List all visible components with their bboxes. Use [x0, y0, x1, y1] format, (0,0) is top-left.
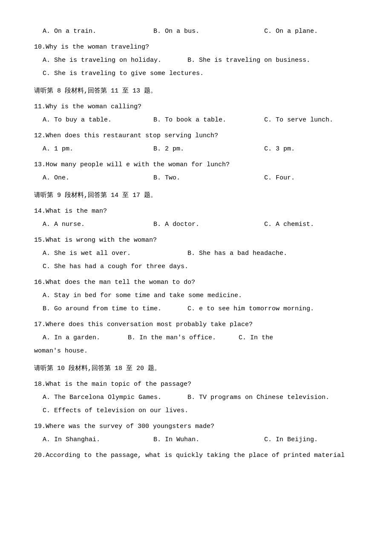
q18-option-c: C. Effects of television on our lives. [43, 405, 366, 416]
q9-options-row: A. On a train. B. On a bus. C. On a plan… [43, 26, 366, 37]
q10-option-b: B. She is traveling on business. [187, 55, 332, 66]
q14-block: 14.What is the man? A. A nurse. B. A doc… [34, 205, 366, 230]
q17-option-b: B. In the man's office. [128, 332, 239, 344]
q19-option-c: C. In Beijing. [264, 434, 375, 445]
q12-question: 12.When does this restaurant stop servin… [34, 130, 366, 142]
q15-block: 15.What is wrong with the woman? A. She … [34, 234, 366, 272]
section8-header: 请听第 8 段材料,回答第 11 至 13 题。 [34, 85, 366, 97]
q17-option-c-cont: woman's house. [34, 345, 366, 357]
q11-block: 11.Why is the woman calling? A. To buy a… [34, 101, 366, 126]
q19-option-a: A. In Shanghai. [43, 434, 153, 445]
q16-option-a: A. Stay in bed for some time and take so… [43, 290, 366, 301]
q11-question: 11.Why is the woman calling? [34, 101, 366, 113]
q15-option-b: B. She has a bad headache. [187, 248, 332, 259]
q13-option-a: A. One. [43, 172, 153, 184]
q10-option-a: A. She is traveling on holiday. [43, 55, 187, 66]
q19-option-b: B. In Wuhan. [153, 434, 264, 445]
q18-options-row: A. The Barcelona Olympic Games. B. TV pr… [43, 392, 366, 403]
q18-question: 18.What is the main topic of the passage… [34, 379, 366, 390]
q19-block: 19.Where was the survey of 300 youngster… [34, 421, 366, 445]
q14-option-c: C. A chemist. [264, 219, 375, 230]
q11-option-b: B. To book a table. [153, 114, 264, 126]
q14-question: 14.What is the man? [34, 205, 366, 217]
q12-option-c: C. 3 pm. [264, 143, 375, 155]
q9-options-block: A. On a train. B. On a bus. C. On a plan… [34, 26, 366, 37]
q20-block: 20.According to the passage, what is qui… [34, 450, 366, 461]
q10-options-row: A. She is traveling on holiday. B. She i… [43, 55, 366, 66]
q12-block: 12.When does this restaurant stop servin… [34, 130, 366, 155]
q12-option-a: A. 1 pm. [43, 143, 153, 155]
q10-question: 10.Why is the woman traveling? [34, 41, 366, 53]
q17-question: 17.Where does this conversation most pro… [34, 319, 366, 330]
q16-option-c: C. e to see him tomorrow morning. [187, 303, 332, 315]
q16-question: 16.What does the man tell the woman to d… [34, 277, 366, 288]
q15-option-a: A. She is wet all over. [43, 248, 187, 259]
q10-block: 10.Why is the woman traveling? A. She is… [34, 41, 366, 79]
q11-options-row: A. To buy a table. B. To book a table. C… [43, 114, 366, 126]
q17-block: 17.Where does this conversation most pro… [34, 319, 366, 357]
q17-options-row: A. In a garden. B. In the man's office. … [43, 332, 366, 344]
q16-options-bc-row: B. Go around from time to time. C. e to … [43, 303, 366, 315]
q15-question: 15.What is wrong with the woman? [34, 234, 366, 246]
q19-question: 19.Where was the survey of 300 youngster… [34, 421, 366, 432]
q13-block: 13.How many people will e with the woman… [34, 159, 366, 184]
q14-option-b: B. A doctor. [153, 219, 264, 230]
q13-option-c: C. Four. [264, 172, 375, 184]
q19-options-row: A. In Shanghai. B. In Wuhan. C. In Beiji… [43, 434, 366, 445]
q18-block: 18.What is the main topic of the passage… [34, 379, 366, 416]
q9-option-c: C. On a plane. [264, 26, 375, 37]
q13-question: 13.How many people will e with the woman… [34, 159, 366, 171]
section9-header: 请听第 9 段材料,回答第 14 至 17 题。 [34, 190, 366, 201]
q10-option-c: C. She is traveling to give some lecture… [43, 68, 366, 79]
q11-option-a: A. To buy a table. [43, 114, 153, 126]
q17-option-c-part1: C. In the [239, 332, 273, 344]
q16-block: 16.What does the man tell the woman to d… [34, 277, 366, 315]
q18-option-a: A. The Barcelona Olympic Games. [43, 392, 187, 403]
q14-option-a: A. A nurse. [43, 219, 153, 230]
q16-option-b: B. Go around from time to time. [43, 303, 187, 315]
q15-options-row: A. She is wet all over. B. She has a bad… [43, 248, 366, 259]
q12-options-row: A. 1 pm. B. 2 pm. C. 3 pm. [43, 143, 366, 155]
section10-header: 请听第 10 段材料,回答第 18 至 20 题。 [34, 363, 366, 374]
q15-option-c: C. She has had a cough for three days. [43, 261, 366, 272]
q12-option-b: B. 2 pm. [153, 143, 264, 155]
q18-option-b: B. TV programs on Chinese television. [187, 392, 332, 403]
q14-options-row: A. A nurse. B. A doctor. C. A chemist. [43, 219, 366, 230]
q13-option-b: B. Two. [153, 172, 264, 184]
q20-question: 20.According to the passage, what is qui… [34, 450, 366, 461]
q13-options-row: A. One. B. Two. C. Four. [43, 172, 366, 184]
q17-option-a: A. In a garden. [43, 332, 128, 344]
q9-option-a: A. On a train. [43, 26, 153, 37]
q9-option-b: B. On a bus. [153, 26, 264, 37]
q11-option-c: C. To serve lunch. [264, 114, 375, 126]
